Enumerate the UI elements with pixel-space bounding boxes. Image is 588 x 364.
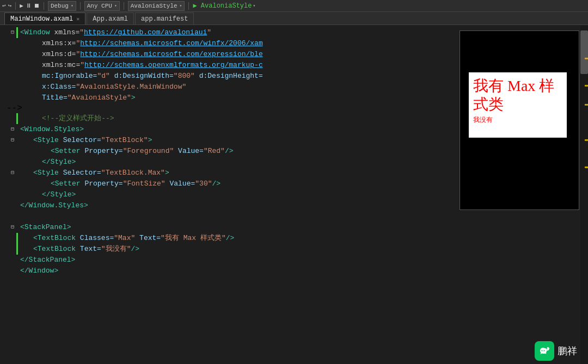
code-line-19: <TextBlock Classes="Max" Text="我有 Max 样式… [7, 233, 580, 244]
scroll-marker-4 [585, 139, 588, 141]
toolbar-icon1: ↩ [2, 2, 6, 9]
style-label: AvaloniaStyle [131, 3, 177, 9]
bar-3 [16, 49, 18, 60]
style-dropdown[interactable]: AvaloniaStyle ▾ [128, 1, 185, 11]
tab-mainwindow[interactable]: MainWindow.axaml ✕ [4, 13, 85, 24]
style-arrow: ▾ [180, 3, 182, 8]
toolbar-separator [15, 2, 16, 10]
toolbar-separator2 [44, 2, 44, 10]
bar-8 [16, 113, 18, 124]
scroll-marker-3 [585, 104, 588, 106]
bar-6 [16, 82, 18, 92]
line-content-21: </StackPanel> [20, 255, 580, 266]
preview-content: 我有 Max 样式类 我没有 [469, 72, 567, 138]
toolbar-separator5 [188, 2, 189, 10]
toolbar: ↩ ↪ ▶ ⏸ ⏹ Debug ▾ Any CPU ▾ AvaloniaStyl… [0, 0, 588, 12]
cpu-dropdown[interactable]: Any CPU ▾ [84, 1, 120, 11]
debug-dropdown[interactable]: Debug ▾ [48, 1, 76, 11]
code-line-20: <TextBlock Text="我没有"/> [7, 244, 580, 255]
bar-11 [16, 146, 18, 157]
scroll-marker-1 [585, 58, 588, 59]
wechat-icon [535, 341, 554, 361]
collapse-1[interactable]: ⊟ [9, 29, 16, 36]
line-content-22: </Window> [20, 266, 580, 276]
bar-15 [16, 189, 18, 200]
line-content-17 [20, 211, 580, 222]
collapse-10[interactable]: ⊟ [9, 137, 16, 144]
toolbar-icon5: ⏹ [34, 2, 40, 9]
debug-arrow: ▾ [71, 3, 74, 8]
play-button[interactable]: ▶ AvaloniaStyle ▾ [193, 2, 255, 10]
bar-22 [16, 266, 18, 276]
toolbar-icon4: ⏸ [26, 2, 32, 9]
green-bar-1 [16, 27, 18, 38]
toolbar-icon3: ▶ [20, 2, 23, 9]
code-line-21: </StackPanel> [7, 255, 580, 266]
bar-9 [16, 124, 18, 135]
bar-13 [16, 168, 18, 178]
bar-12 [16, 157, 18, 168]
cpu-label: Any CPU [87, 3, 112, 9]
preview-large-text: 我有 Max 样式类 [473, 77, 562, 113]
toolbar-separator4 [124, 2, 124, 10]
scroll-marker-2 [585, 85, 588, 87]
preview-small-text: 我没有 [473, 115, 562, 125]
preview-window: 我有 Max 样式类 我没有 [460, 30, 579, 210]
bar-10 [16, 135, 18, 146]
code-line-22: </Window> [7, 266, 580, 276]
bar-7 [16, 92, 18, 103]
tab-mainwindow-label: MainWindow.axaml [10, 15, 73, 23]
bar-16 [16, 200, 18, 211]
bar-14 [16, 178, 18, 189]
code-line-18: ⊟ <StackPanel> [7, 222, 580, 233]
collapse-18[interactable]: ⊟ [9, 224, 16, 231]
toolbar-icon2: ↪ [8, 2, 12, 9]
scrollbar[interactable] [580, 25, 588, 364]
bar-4 [16, 60, 18, 71]
line-content-20: <TextBlock Text="我没有"/> [20, 244, 580, 255]
tab-bar: MainWindow.axaml ✕ App.axaml app.manifes… [0, 12, 588, 25]
tab-manifest-label: app.manifest [141, 15, 188, 23]
left-gutter [0, 25, 7, 364]
collapse-9[interactable]: ⊟ [9, 126, 16, 133]
wechat-watermark: 鹏祥 [535, 341, 577, 361]
tab-manifest[interactable]: app.manifest [135, 13, 194, 24]
bar-2 [16, 38, 18, 49]
play-arrow: ▾ [253, 3, 255, 8]
scroll-thumb[interactable] [580, 30, 588, 74]
tab-app-label: App.axaml [93, 15, 128, 23]
preview-inner: 我有 Max 样式类 我没有 [460, 31, 579, 209]
bar-18 [16, 222, 18, 233]
line-content-19: <TextBlock Classes="Max" Text="我有 Max 样式… [20, 233, 580, 244]
bar-5 [16, 71, 18, 82]
bar-17 [16, 211, 18, 222]
tab-app[interactable]: App.axaml [87, 13, 134, 24]
bar-21 [16, 255, 18, 266]
wechat-name: 鹏祥 [558, 344, 577, 357]
scroll-marker-5 [585, 166, 588, 168]
line-content-18: <StackPanel> [20, 222, 580, 233]
main-area: ⊟ <Window xmlns="https://github.com/aval… [0, 25, 588, 364]
bar-19 [16, 233, 18, 244]
tab-mainwindow-close[interactable]: ✕ [76, 16, 79, 22]
toolbar-separator3 [80, 2, 81, 10]
debug-label: Debug [51, 3, 69, 9]
collapse-13[interactable]: ⊟ [9, 170, 16, 176]
code-line-17 [7, 211, 580, 222]
cpu-arrow: ▾ [114, 3, 117, 8]
play-label: ▶ AvaloniaStyle [193, 2, 252, 10]
bar-20 [16, 244, 18, 255]
